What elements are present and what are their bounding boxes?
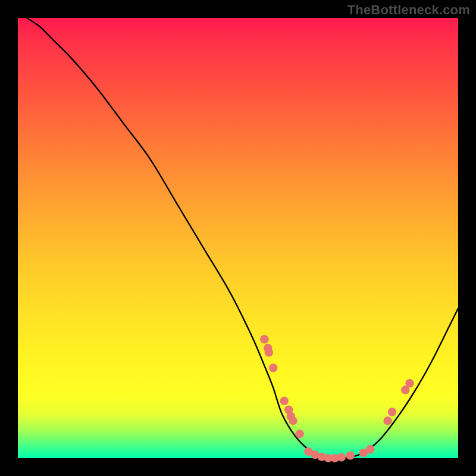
watermark-text: TheBottleneck.com: [347, 2, 470, 18]
data-point: [346, 451, 355, 459]
data-point: [269, 364, 277, 372]
data-point: [337, 453, 346, 461]
bottleneck-curve-line: [27, 18, 458, 459]
data-point: [366, 445, 374, 453]
data-point: [280, 397, 289, 405]
data-point: [405, 379, 414, 387]
data-point-markers: [260, 335, 414, 462]
data-point: [388, 408, 396, 416]
data-point: [260, 335, 268, 343]
data-point: [265, 348, 273, 356]
data-point: [295, 430, 303, 438]
data-point: [289, 416, 297, 425]
data-point: [383, 416, 392, 425]
chart-svg: [18, 18, 458, 458]
